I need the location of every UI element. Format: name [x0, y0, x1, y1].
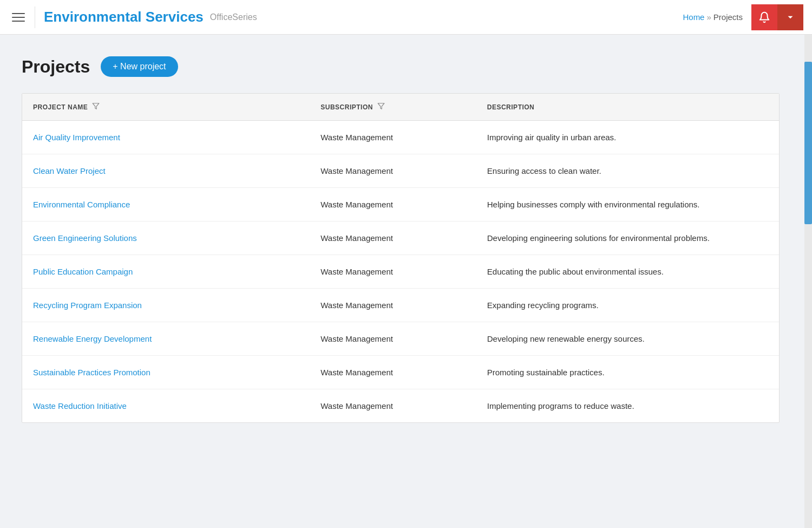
project-link[interactable]: Recycling Program Expansion [33, 301, 142, 310]
table-row: Green Engineering SolutionsWaste Managem… [22, 221, 779, 255]
cell-subscription: Waste Management [310, 322, 476, 356]
header-divider [35, 6, 35, 28]
cell-description: Ensuring access to clean water. [476, 154, 779, 188]
table-row: Air Quality ImprovementWaste ManagementI… [22, 121, 779, 154]
table-row: Clean Water ProjectWaste ManagementEnsur… [22, 154, 779, 188]
cell-subscription: Waste Management [310, 121, 476, 154]
filter-icon-name[interactable] [92, 102, 100, 112]
breadcrumb: Home » Projects [683, 12, 743, 22]
cell-subscription: Waste Management [310, 154, 476, 188]
table-row: Waste Reduction InitiativeWaste Manageme… [22, 389, 779, 423]
svg-marker-1 [378, 103, 384, 109]
breadcrumb-home[interactable]: Home [683, 12, 704, 22]
project-link[interactable]: Sustainable Practices Promotion [33, 368, 150, 377]
cell-description: Developing new renewable energy sources. [476, 322, 779, 356]
menu-icon[interactable] [9, 8, 28, 27]
cell-name: Public Education Campaign [22, 255, 310, 289]
cell-subscription: Waste Management [310, 356, 476, 389]
table-row: Environmental ComplianceWaste Management… [22, 188, 779, 221]
cell-description: Expanding recycling programs. [476, 289, 779, 322]
page-title: Projects [22, 57, 90, 77]
cell-name: Green Engineering Solutions [22, 221, 310, 255]
table-row: Public Education CampaignWaste Managemen… [22, 255, 779, 289]
cell-name: Air Quality Improvement [22, 121, 310, 154]
table-header: PROJECT NAME SUBSCRIPTION [22, 94, 779, 121]
col-header-subscription: SUBSCRIPTION [310, 94, 476, 121]
cell-description: Developing engineering solutions for env… [476, 221, 779, 255]
table-row: Renewable Energy DevelopmentWaste Manage… [22, 322, 779, 356]
col-header-description: DESCRIPTION [476, 94, 779, 121]
col-header-name: PROJECT NAME [22, 94, 310, 121]
cell-description: Improving air quality in urban areas. [476, 121, 779, 154]
new-project-button[interactable]: + New project [101, 56, 178, 77]
cell-name: Recycling Program Expansion [22, 289, 310, 322]
cell-name: Renewable Energy Development [22, 322, 310, 356]
table-body: Air Quality ImprovementWaste ManagementI… [22, 121, 779, 423]
app-title: Environmental Services [44, 9, 204, 25]
cell-name: Sustainable Practices Promotion [22, 356, 310, 389]
table-row: Recycling Program ExpansionWaste Managem… [22, 289, 779, 322]
chevron-down-icon [785, 12, 795, 22]
page-header: Projects + New project [22, 56, 780, 77]
main-content: Projects + New project PROJECT NAME [0, 35, 812, 445]
user-dropdown-button[interactable] [777, 4, 803, 30]
project-link[interactable]: Renewable Energy Development [33, 334, 152, 343]
table-row: Sustainable Practices PromotionWaste Man… [22, 356, 779, 389]
cell-subscription: Waste Management [310, 188, 476, 221]
cell-description: Educating the public about environmental… [476, 255, 779, 289]
header-actions [751, 4, 803, 30]
project-link[interactable]: Waste Reduction Initiative [33, 401, 127, 410]
app-subtitle: OfficeSeries [210, 12, 257, 22]
cell-subscription: Waste Management [310, 255, 476, 289]
cell-description: Implementing programs to reduce waste. [476, 389, 779, 423]
breadcrumb-current: Projects [713, 12, 743, 22]
bell-button[interactable] [751, 4, 777, 30]
project-link[interactable]: Green Engineering Solutions [33, 233, 137, 243]
cell-description: Helping businesses comply with environme… [476, 188, 779, 221]
bell-icon [758, 11, 770, 23]
cell-name: Clean Water Project [22, 154, 310, 188]
cell-description: Promoting sustainable practices. [476, 356, 779, 389]
cell-name: Waste Reduction Initiative [22, 389, 310, 423]
project-link[interactable]: Clean Water Project [33, 166, 106, 175]
cell-subscription: Waste Management [310, 221, 476, 255]
projects-table: PROJECT NAME SUBSCRIPTION [22, 94, 779, 422]
cell-subscription: Waste Management [310, 389, 476, 423]
project-link[interactable]: Public Education Campaign [33, 267, 133, 276]
breadcrumb-separator: » [706, 12, 711, 22]
project-link[interactable]: Air Quality Improvement [33, 133, 120, 142]
svg-marker-0 [93, 103, 100, 109]
cell-name: Environmental Compliance [22, 188, 310, 221]
projects-table-container: PROJECT NAME SUBSCRIPTION [22, 93, 780, 423]
project-link[interactable]: Environmental Compliance [33, 200, 130, 209]
app-header: Environmental Services OfficeSeries Home… [0, 0, 812, 35]
filter-icon-subscription[interactable] [377, 102, 385, 112]
cell-subscription: Waste Management [310, 289, 476, 322]
